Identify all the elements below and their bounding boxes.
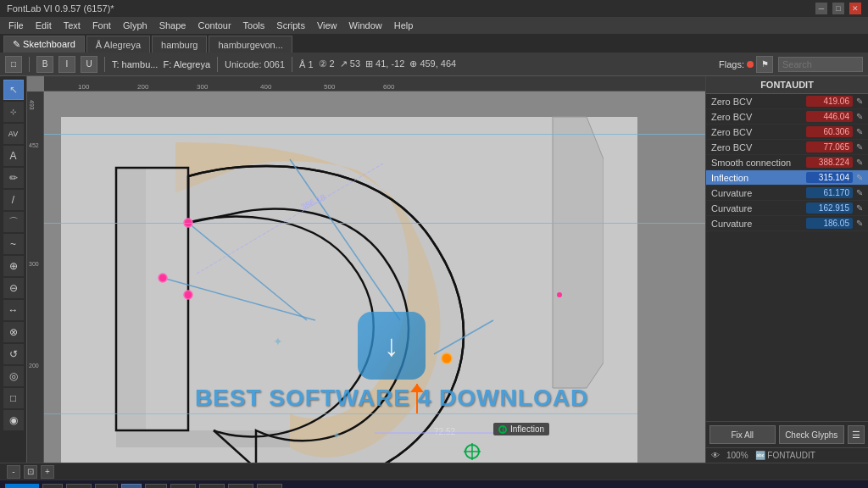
angle-info: ↗ 53 (340, 58, 360, 69)
menu-view[interactable]: View (312, 19, 342, 32)
tab-sketchboard[interactable]: ✎ Sketchboard (3, 36, 85, 53)
select-tool-btn[interactable]: ↖ (3, 80, 24, 100)
audit-value-3: 60.306 (806, 126, 853, 137)
maximize-button[interactable]: □ (832, 3, 844, 14)
italic-btn[interactable]: I (58, 56, 75, 73)
taskbar-fontlab[interactable]: F (121, 484, 142, 489)
canvas-area[interactable]: 100 200 300 400 500 600 493 452 300 200 (27, 76, 705, 463)
menu-shape[interactable]: Shape (154, 19, 192, 32)
audit-value-5: 388.224 (806, 157, 853, 168)
audit-row-zero-bcv-4[interactable]: Zero BCV 77.065 ✎ (706, 140, 868, 155)
check-glyphs-button[interactable]: Check Glyphs (779, 425, 845, 444)
line-tool-btn[interactable]: / (3, 190, 24, 210)
menu-bar: File Edit Text Font Glyph Shape Contour … (0, 17, 868, 34)
audit-label-3: Zero BCV (711, 127, 806, 137)
title-text: FontLab VI 0.9.57 (6157)* (7, 3, 114, 14)
bold-btn[interactable]: B (36, 56, 53, 73)
add-node-btn[interactable]: ⊕ (3, 256, 24, 276)
audit-edit-4[interactable]: ✎ (856, 142, 863, 152)
ruler-mark-200: 200 (137, 83, 148, 91)
audit-edit-3[interactable]: ✎ (856, 127, 863, 136)
audit-row-zero-bcv-3[interactable]: Zero BCV 60.306 ✎ (706, 125, 868, 140)
audit-edit-5[interactable]: ✎ (856, 158, 863, 167)
menu-glyph[interactable]: Glyph (118, 19, 153, 32)
taskbar-settings[interactable]: ⚙ (95, 484, 118, 489)
taskbar-app2[interactable]: ⊡ (145, 484, 167, 489)
text-tool-btn[interactable]: AV (3, 124, 24, 144)
taskbar-app3[interactable]: 📋 (170, 484, 196, 489)
audit-value-8: 162.915 (806, 202, 853, 214)
taskbar-ie[interactable]: e (42, 484, 63, 489)
menu-help[interactable]: Help (389, 19, 419, 32)
audit-row-smooth[interactable]: Smooth connection 388.224 ✎ (706, 155, 868, 170)
glyph-preview-btn[interactable]: □ (5, 56, 22, 73)
zoom-in-btn[interactable]: + (41, 465, 54, 479)
menu-edit[interactable]: Edit (31, 19, 57, 32)
minimize-button[interactable]: ─ (815, 3, 827, 14)
audit-label-2: Zero BCV (711, 112, 806, 122)
audit-edit-2[interactable]: ✎ (856, 112, 863, 121)
transform-btn[interactable]: ↔ (3, 300, 24, 320)
node-pink-2[interactable] (159, 274, 167, 282)
taskbar-app6[interactable]: 🎵 (257, 484, 282, 489)
audit-row-curvature-3[interactable]: Curvature 186.05 ✎ (706, 216, 868, 231)
start-button[interactable]: ⊞ (5, 484, 39, 489)
zoom-fit-btn[interactable]: ⊡ (24, 465, 37, 479)
audit-label-8: Curvature (711, 203, 806, 214)
tab-alegreya[interactable]: Å Alegreya (86, 36, 150, 53)
ellipse-btn[interactable]: ◎ (3, 366, 24, 386)
eye-icon: 👁 (711, 451, 720, 460)
remove-node-btn[interactable]: ⊖ (3, 278, 24, 298)
curve-tool-btn[interactable]: ⌒ (3, 212, 24, 232)
audit-edit-7[interactable]: ✎ (856, 188, 863, 197)
menu-text[interactable]: Text (58, 19, 86, 32)
menu-contour[interactable]: Contour (192, 19, 236, 32)
menu-window[interactable]: Window (344, 19, 387, 32)
unicode-label: Unicode: 0061 (225, 59, 285, 69)
flag-btn[interactable]: ⚑ (756, 56, 773, 73)
dim-label-bottom: 72.52 (434, 427, 455, 436)
freehand-tool-btn[interactable]: ~ (3, 234, 24, 254)
pos-info: ⊕ 459, 464 (409, 58, 456, 69)
audit-row-curvature-1[interactable]: Curvature 61.170 ✎ (706, 186, 868, 201)
zoom-out-btn[interactable]: - (7, 465, 20, 479)
audit-row-inflection[interactable]: Inflection 315.104 ✎ (706, 170, 868, 186)
rect-btn[interactable]: □ (3, 388, 24, 408)
panel-menu-button[interactable]: ☰ (848, 425, 865, 444)
tab-hamburg[interactable]: hamburg (152, 36, 207, 53)
audit-edit-9[interactable]: ✎ (856, 219, 863, 228)
underline-btn[interactable]: U (81, 56, 97, 73)
node-orange[interactable] (442, 353, 452, 363)
magnify-btn[interactable]: ◉ (3, 410, 24, 430)
type-tool-btn[interactable]: A (3, 146, 24, 166)
flags-label: Flags: (719, 59, 744, 69)
menu-scripts[interactable]: Scripts (271, 19, 310, 32)
star-mark-1: ✦ (273, 335, 283, 348)
rotate-btn[interactable]: ↺ (3, 344, 24, 364)
glyph-canvas[interactable]: 386.18 72.52 ✦ ✦ (44, 92, 705, 463)
knife-btn[interactable]: ⊗ (3, 322, 24, 342)
menu-tools[interactable]: Tools (238, 19, 270, 32)
close-button[interactable]: ✕ (849, 3, 861, 14)
tab-hamburgevon[interactable]: hamburgevon... (209, 36, 292, 53)
right-pink-dot[interactable] (557, 292, 562, 297)
audit-edit-6[interactable]: ✎ (856, 173, 863, 182)
fix-all-button[interactable]: Fix All (709, 425, 776, 444)
taskbar-explorer[interactable]: 📁 (66, 484, 92, 489)
audit-edit-8[interactable]: ✎ (856, 203, 863, 213)
menu-file[interactable]: File (3, 19, 29, 32)
glyph-inner-curve (188, 217, 374, 437)
pen-tool-btn[interactable]: ✏ (3, 168, 24, 188)
audit-row-curvature-2[interactable]: Curvature 162.915 ✎ (706, 201, 868, 216)
glyph-stem-rect (116, 168, 188, 430)
search-input[interactable] (778, 57, 863, 72)
taskbar-app5[interactable]: 📷 (228, 484, 253, 489)
taskbar-app4[interactable]: 🔧 (199, 484, 225, 489)
audit-value-6: 315.104 (806, 172, 853, 183)
audit-row-zero-bcv-2[interactable]: Zero BCV 446.04 ✎ (706, 109, 868, 125)
audit-row-zero-bcv-1[interactable]: Zero BCV 419.06 ✎ (706, 94, 868, 109)
menu-font[interactable]: Font (87, 19, 116, 32)
node-tool-btn[interactable]: ⊹ (3, 102, 24, 122)
audit-edit-1[interactable]: ✎ (856, 97, 863, 106)
node-pink-3[interactable] (184, 291, 192, 299)
